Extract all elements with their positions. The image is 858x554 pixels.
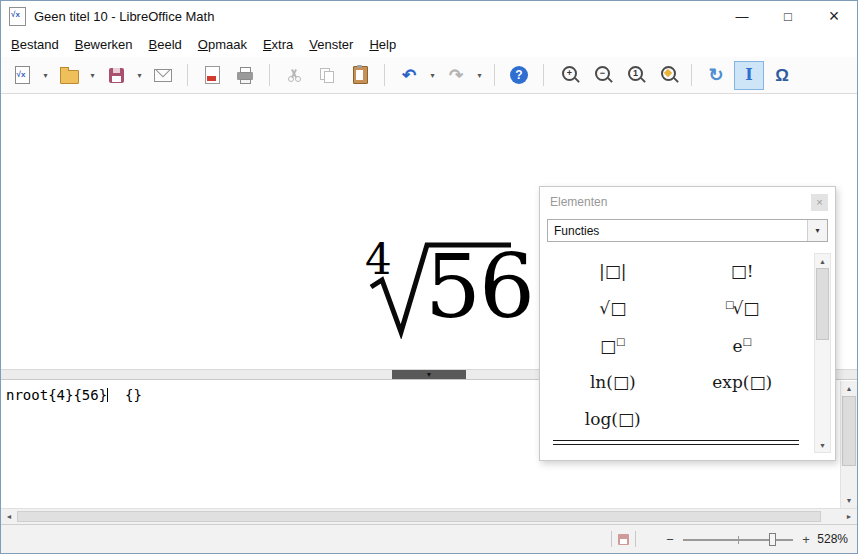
toolbar-separator [187,64,188,86]
element-nth-root[interactable]: □√□ [719,298,765,319]
scissors-icon [287,68,301,82]
element-log[interactable]: log(□) [579,409,647,430]
category-dropdown[interactable]: Functies ▾ [547,219,828,242]
statusbar-separator [635,531,636,547]
copy-button[interactable] [312,61,342,90]
menu-beeld[interactable]: Beeld [141,33,190,56]
open-folder-icon [60,70,79,84]
elements-panel-header[interactable]: Elementen × [540,187,835,217]
new-dropdown-arrow[interactable]: ▾ [40,62,51,89]
command-suffix: {} [108,387,142,403]
zoom-out-icon: − [595,66,610,81]
scroll-left-arrow[interactable]: ◄ [1,509,17,524]
export-pdf-button[interactable] [197,61,227,90]
elements-scrollbar[interactable]: ▲ ▼ [814,253,831,453]
menu-bestand[interactable]: Bestand [3,33,67,56]
printer-icon [237,72,253,80]
zoom-in-slider-button[interactable]: + [798,532,814,547]
element-absolute-value[interactable]: |□| [593,261,633,282]
window-controls: — □ × [719,1,857,31]
print-button[interactable] [230,61,260,90]
menu-help[interactable]: Help [361,33,404,56]
update-formula-button[interactable]: ↻ [701,61,731,90]
titlebar[interactable]: √x Geen titel 10 - LibreOffice Math — □ … [1,1,857,31]
redo-dropdown-arrow[interactable]: ▾ [474,62,485,89]
scroll-down-arrow[interactable]: ▼ [841,493,857,508]
toolbar-separator [494,64,495,86]
toolbar-separator [543,64,544,86]
send-email-button[interactable] [148,61,178,90]
scroll-up-arrow[interactable]: ▲ [815,254,830,268]
zoom-out-slider-button[interactable]: − [662,532,678,547]
menu-venster[interactable]: Venster [301,33,361,56]
document-modified-icon [618,534,629,545]
redo-button[interactable]: ↷ [441,61,471,90]
undo-icon: ↶ [402,67,416,84]
app-icon[interactable]: √x [9,7,26,26]
zoom-slider-thumb[interactable] [769,533,776,546]
toolbar-separator [269,64,270,86]
open-button[interactable] [54,61,84,90]
menu-opmaak[interactable]: Opmaak [190,33,255,56]
email-icon [154,69,172,82]
help-button[interactable]: ? [504,61,534,90]
minimize-button[interactable]: — [719,1,765,31]
elements-panel-close-button[interactable]: × [811,194,828,211]
close-button[interactable]: × [811,1,857,31]
help-icon: ? [510,66,528,84]
splitter-handle[interactable]: ▼ [392,370,466,379]
command-text: nroot{4}{56} [6,387,107,403]
scroll-down-arrow[interactable]: ▼ [815,438,830,452]
refresh-icon: ↻ [708,66,723,84]
elements-panel-title: Elementen [550,195,607,209]
elements-grid: |□| □! √□ □√□ □□ e□ ln(□) exp(□) log(□) [548,253,807,436]
zoom-in-icon: + [562,66,577,81]
redo-icon: ↷ [449,67,463,84]
zoom-all-button[interactable] [652,61,682,90]
elements-panel: Elementen × Functies ▾ |□| □! √□ □√□ □□ … [539,186,836,461]
vertical-scroll-thumb[interactable] [842,396,856,466]
zoom-level[interactable]: 528% [814,532,848,546]
scroll-right-arrow[interactable]: ► [841,509,857,524]
element-natural-log[interactable]: ln(□) [584,372,642,393]
undo-button[interactable]: ↶ [394,61,424,90]
paste-button[interactable] [345,61,375,90]
zoom-slider[interactable] [683,532,793,547]
elements-scroll-thumb[interactable] [816,268,829,340]
zoom-out-button[interactable]: − [586,61,616,90]
toolbar-separator [691,64,692,86]
zoom-100-button[interactable]: 1 [619,61,649,90]
cut-button[interactable] [279,61,309,90]
element-e-power[interactable]: e□ [726,335,758,357]
zoom-in-button[interactable]: + [553,61,583,90]
open-dropdown-arrow[interactable]: ▾ [87,62,98,89]
horizontal-scroll-thumb[interactable] [17,511,821,522]
save-dropdown-arrow[interactable]: ▾ [134,62,145,89]
menu-extra[interactable]: Extra [255,33,301,56]
maximize-button[interactable]: □ [765,1,811,31]
statusbar: − + 528% [1,524,857,553]
statusbar-separator [611,531,612,547]
element-square-root[interactable]: √□ [593,298,632,319]
chevron-down-icon[interactable]: ▾ [807,220,827,241]
horizontal-scrollbar[interactable]: ◄ ► [1,508,857,524]
copy-icon [320,68,335,83]
partial-next-row-line [553,440,799,445]
formula-cursor-button[interactable]: I [734,61,764,90]
undo-dropdown-arrow[interactable]: ▾ [427,62,438,89]
save-button[interactable] [101,61,131,90]
symbols-button[interactable]: Ω [767,61,797,90]
element-power[interactable]: □□ [594,335,632,357]
spark-icon [664,69,672,77]
element-factorial[interactable]: □! [725,261,760,282]
clipboard-icon [353,66,368,84]
scroll-up-arrow[interactable]: ▲ [841,381,857,396]
menu-bewerken[interactable]: Bewerken [67,33,141,56]
element-exp[interactable]: exp(□) [706,372,778,393]
window-title: Geen titel 10 - LibreOffice Math [34,9,214,24]
editor-vertical-scrollbar[interactable]: ▲ ▼ [840,381,857,508]
toolbar-separator [384,64,385,86]
radicand: 56 [425,243,533,331]
zoom-all-icon [661,66,676,81]
new-document-button[interactable]: √x [7,61,37,90]
